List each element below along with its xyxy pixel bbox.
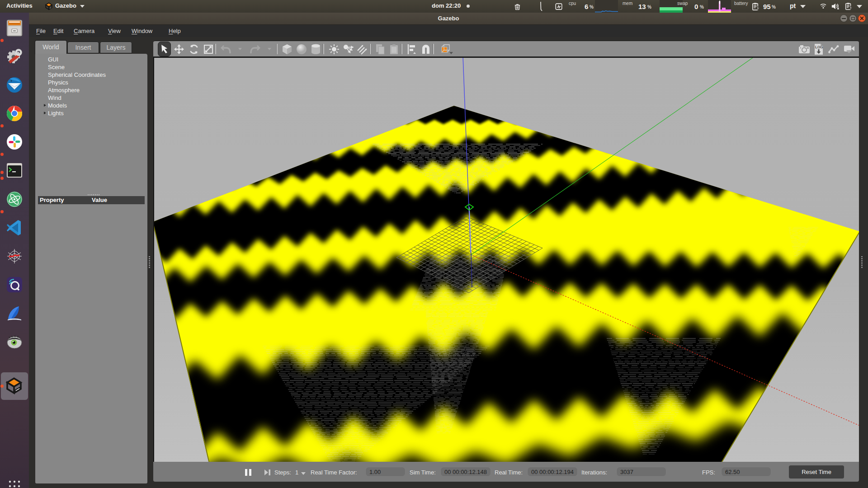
svg-text:LOG: LOG bbox=[815, 45, 823, 49]
